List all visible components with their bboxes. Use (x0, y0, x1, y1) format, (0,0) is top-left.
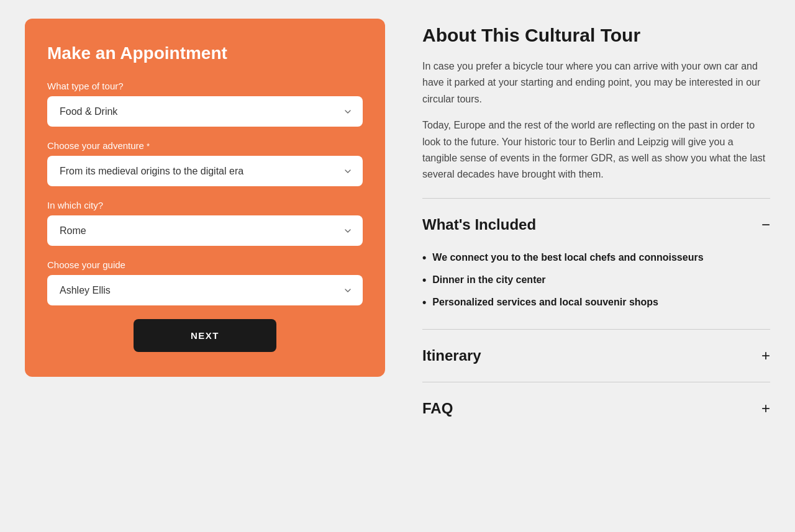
adventure-label: Choose your adventure * (47, 140, 363, 151)
guide-select[interactable]: Ashley Ellis John Smith Maria Rossi (47, 275, 363, 305)
info-panel: About This Cultural Tour In case you pre… (422, 19, 770, 420)
included-list: We connect you to the best local chefs a… (422, 247, 770, 314)
divider-2 (422, 329, 770, 330)
itinerary-header[interactable]: Itinerary + (422, 345, 770, 367)
whats-included-section: What's Included − We connect you to the … (422, 214, 770, 314)
faq-expand-icon: + (761, 401, 770, 416)
divider-3 (422, 382, 770, 382)
info-paragraph-2: Today, Europe and the rest of the world … (422, 117, 770, 183)
adventure-select[interactable]: From its medieval origins to the digital… (47, 156, 363, 186)
city-group: In which city? Rome Berlin Leipzig Paris… (47, 200, 363, 246)
itinerary-expand-icon: + (761, 348, 770, 363)
info-title: About This Cultural Tour (422, 25, 770, 46)
whats-included-collapse-icon: − (761, 217, 770, 232)
city-label: In which city? (47, 200, 363, 210)
tour-type-select[interactable]: Food & Drink Cultural Tour Historical To… (47, 96, 363, 127)
appointment-title: Make an Appointment (47, 43, 363, 63)
tour-type-group: What type of tour? Food & Drink Cultural… (47, 81, 363, 127)
guide-label: Choose your guide (47, 259, 363, 270)
itinerary-title: Itinerary (422, 347, 481, 364)
divider-1 (422, 198, 770, 199)
faq-title: FAQ (422, 400, 453, 417)
list-item: Dinner in the city center (422, 269, 770, 292)
tour-type-label: What type of tour? (47, 81, 363, 91)
info-paragraph-1: In case you prefer a bicycle tour where … (422, 58, 770, 107)
faq-header[interactable]: FAQ + (422, 397, 770, 420)
whats-included-header[interactable]: What's Included − (422, 214, 770, 236)
city-select[interactable]: Rome Berlin Leipzig Paris London (47, 215, 363, 246)
page-container: Make an Appointment What type of tour? F… (25, 19, 770, 420)
whats-included-title: What's Included (422, 216, 536, 233)
guide-group: Choose your guide Ashley Ellis John Smit… (47, 259, 363, 305)
appointment-card: Make an Appointment What type of tour? F… (25, 19, 385, 377)
adventure-group: Choose your adventure * From its medieva… (47, 140, 363, 186)
next-button[interactable]: NEXT (134, 319, 276, 352)
list-item: Personalized services and local souvenir… (422, 292, 770, 314)
list-item: We connect you to the best local chefs a… (422, 247, 770, 269)
